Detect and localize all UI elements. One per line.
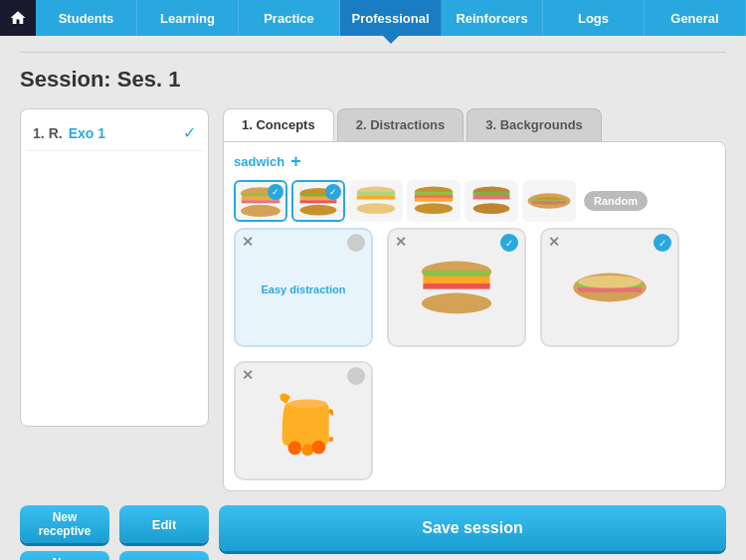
svg-rect-30 (423, 283, 489, 289)
tab-logs[interactable]: Logs (543, 0, 645, 36)
svg-rect-17 (415, 199, 453, 202)
home-button[interactable] (0, 0, 36, 36)
item-list: 1. R. Exo 1 ✓ (20, 108, 209, 427)
tab-practice[interactable]: Practice (239, 0, 340, 36)
copy-button[interactable]: Copy (119, 551, 209, 560)
category-label: sadwich (234, 154, 284, 169)
left-panel: 1. R. Exo 1 ✓ (20, 108, 209, 491)
tab-concepts[interactable]: 1. Concepts (223, 108, 334, 141)
content-row: 1. R. Exo 1 ✓ 1. Concepts 2. Distraction… (20, 108, 726, 491)
tab-backgrounds[interactable]: 3. Backgrounds (466, 108, 602, 141)
svg-rect-21 (473, 195, 510, 200)
edit-copy-buttons: Edit Copy (119, 505, 209, 560)
svg-rect-16 (415, 195, 453, 199)
svg-rect-20 (473, 192, 510, 195)
remove-card-3[interactable]: ✕ (548, 234, 560, 250)
card-option-4[interactable] (347, 367, 365, 385)
random-button[interactable]: Random (584, 191, 648, 211)
svg-point-37 (288, 400, 327, 409)
baguette-card[interactable]: ✕ ✓ (540, 228, 679, 347)
page-content: Session: Ses. 1 1. R. Exo 1 ✓ 1. Concept… (0, 36, 746, 560)
svg-point-13 (357, 203, 395, 214)
thumb-item-3[interactable] (349, 180, 403, 222)
svg-rect-28 (423, 271, 489, 277)
session-title: Session: Ses. 1 (20, 67, 726, 93)
add-category-button[interactable]: + (290, 152, 301, 170)
svg-rect-11 (357, 192, 395, 196)
svg-point-9 (300, 205, 337, 216)
thumb-item-2[interactable]: ✓ (291, 180, 345, 222)
remove-card-1[interactable]: ✕ (242, 234, 254, 250)
easy-distraction-card[interactable]: ✕ Easy distraction (234, 228, 373, 347)
card-check-2[interactable]: ✓ (500, 234, 518, 252)
svg-point-39 (301, 444, 313, 456)
svg-point-22 (473, 203, 510, 214)
tab-distractions[interactable]: 2. Distractions (337, 108, 465, 141)
svg-rect-12 (357, 196, 395, 200)
cards-grid: ✕ Easy distraction ✕ ✓ (234, 228, 715, 480)
card-option-1[interactable] (347, 234, 365, 252)
concepts-panel: sadwich + ✓ (223, 141, 726, 491)
thumb-item-6[interactable] (522, 180, 576, 222)
save-row: Save session (219, 505, 726, 551)
sandwich-card-1[interactable]: ✕ ✓ (387, 228, 526, 347)
svg-point-4 (241, 205, 280, 217)
card-check-3[interactable]: ✓ (653, 234, 671, 252)
edit-button[interactable]: Edit (119, 505, 209, 543)
left-buttons: New receptive New matching (20, 505, 109, 560)
remove-card-2[interactable]: ✕ (395, 234, 407, 250)
thumb-item-1[interactable]: ✓ (234, 180, 287, 222)
juice-card[interactable]: ✕ (234, 361, 373, 480)
svg-point-38 (288, 442, 302, 456)
divider (20, 52, 726, 53)
thumb-item-5[interactable] (465, 180, 518, 222)
save-session-button[interactable]: Save session (219, 505, 726, 551)
thumb-item-4[interactable] (407, 180, 461, 222)
list-item[interactable]: 1. R. Exo 1 ✓ (27, 115, 202, 151)
selected-badge-1: ✓ (268, 184, 283, 200)
svg-rect-29 (423, 277, 489, 283)
remove-card-4[interactable]: ✕ (242, 367, 254, 383)
svg-point-18 (415, 203, 453, 214)
tab-reinforcers[interactable]: Reinforcers (442, 0, 543, 36)
selected-badge-2: ✓ (325, 184, 341, 200)
svg-point-31 (422, 293, 491, 314)
svg-rect-26 (532, 201, 566, 204)
thumbnail-row: ✓ ✓ (234, 180, 715, 222)
right-panel: 1. Concepts 2. Distractions 3. Backgroun… (223, 108, 726, 491)
svg-rect-3 (242, 200, 280, 203)
category-row: sadwich + (234, 152, 715, 170)
navigation: Students Learning Practice Professional … (0, 0, 746, 36)
concept-tabs: 1. Concepts 2. Distractions 3. Backgroun… (223, 108, 726, 141)
svg-point-40 (312, 441, 326, 455)
tab-general[interactable]: General (645, 0, 746, 36)
tab-learning[interactable]: Learning (137, 0, 239, 36)
easy-distraction-label: Easy distraction (262, 283, 346, 295)
new-matching-button[interactable]: New matching (20, 551, 109, 560)
svg-rect-15 (415, 192, 453, 195)
svg-point-36 (578, 276, 642, 288)
svg-rect-8 (300, 200, 337, 203)
tab-students[interactable]: Students (36, 0, 137, 36)
bottom-bar: New receptive New matching Edit Copy Sav… (20, 505, 726, 560)
tab-professional[interactable]: Professional (340, 0, 442, 36)
new-receptive-button[interactable]: New receptive (20, 505, 109, 543)
